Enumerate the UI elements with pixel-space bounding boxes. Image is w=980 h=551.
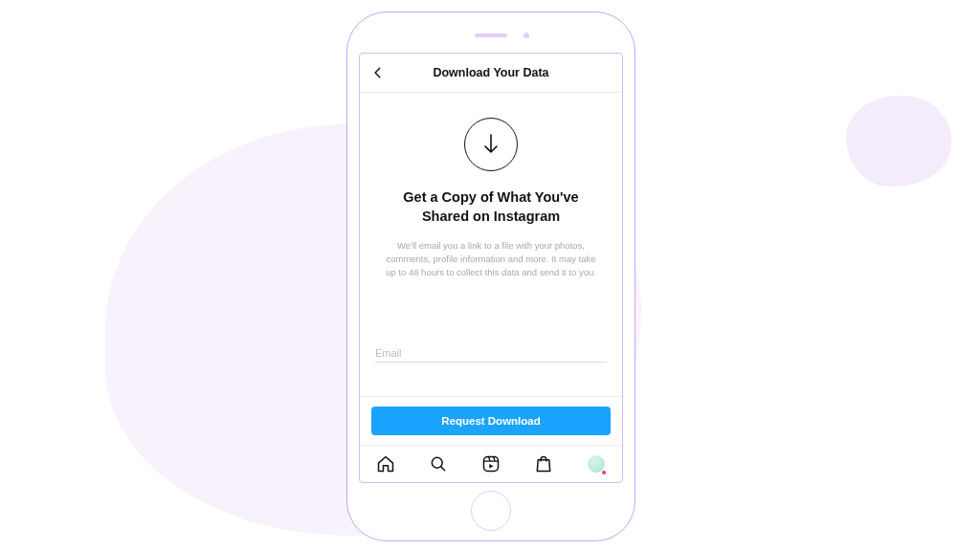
- email-placeholder: Email: [375, 347, 607, 362]
- phone-frame: Download Your Data Get a Copy of What Yo…: [346, 11, 635, 541]
- nav-search[interactable]: [428, 453, 449, 474]
- profile-avatar-icon: [588, 455, 605, 473]
- request-download-label: Request Download: [441, 415, 541, 427]
- main-heading: Get a Copy of What You've Shared on Inst…: [375, 188, 607, 226]
- chevron-left-icon: [371, 66, 385, 79]
- email-underline: [375, 362, 607, 363]
- download-icon: [464, 118, 518, 171]
- screen-title: Download Your Data: [433, 66, 548, 79]
- search-icon: [429, 454, 448, 474]
- screen-header: Download Your Data: [360, 54, 622, 93]
- svg-rect-1: [483, 457, 498, 472]
- shop-icon: [534, 454, 553, 474]
- phone-home-button: [471, 491, 511, 531]
- nav-home[interactable]: [375, 453, 396, 474]
- app-screen: Download Your Data Get a Copy of What Yo…: [359, 53, 623, 483]
- main-content: Get a Copy of What You've Shared on Inst…: [360, 93, 622, 396]
- reels-icon: [481, 454, 501, 474]
- nav-reels[interactable]: [480, 453, 501, 474]
- main-description: We'll email you a link to a file with yo…: [375, 239, 607, 278]
- background-blob-small: [846, 96, 951, 187]
- nav-profile[interactable]: [586, 453, 607, 474]
- request-download-button[interactable]: Request Download: [371, 407, 611, 435]
- phone-speaker: [475, 33, 507, 37]
- phone-camera: [523, 33, 529, 38]
- arrow-down-icon: [481, 133, 501, 156]
- back-button[interactable]: [368, 62, 389, 83]
- action-bar: Request Download: [360, 396, 622, 445]
- email-field[interactable]: Email: [375, 347, 607, 363]
- nav-shop[interactable]: [533, 453, 554, 474]
- bottom-nav: [360, 445, 622, 482]
- home-icon: [376, 454, 395, 474]
